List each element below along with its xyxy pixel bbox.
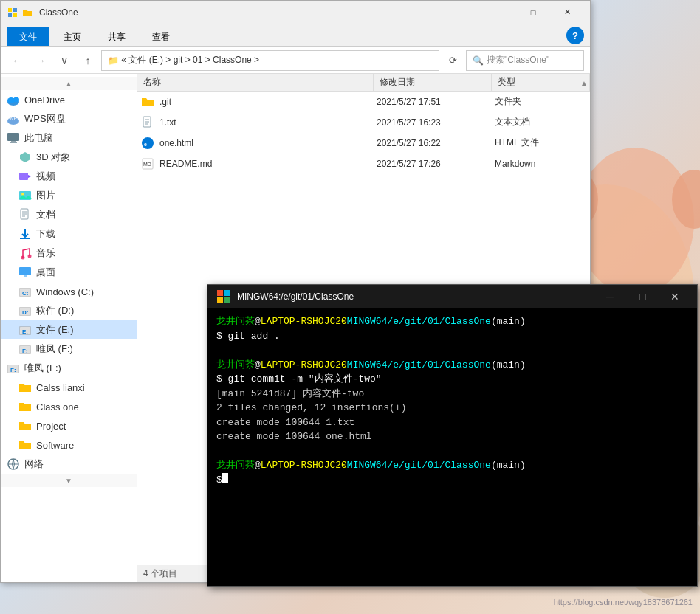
sidebar-label-f1: 唯凤 (F:) xyxy=(36,342,131,356)
svg-rect-19 xyxy=(19,173,28,180)
sidebar-label-calss-lianxi: Calss lianxi xyxy=(36,382,131,393)
f2-drive-icon: F: xyxy=(7,362,20,375)
sidebar-item-project[interactable]: Project xyxy=(1,416,137,435)
sidebar-item-network[interactable]: 网络 xyxy=(1,455,137,474)
sidebar-item-docs[interactable]: 文档 xyxy=(1,205,137,224)
file-type-git: 文件夹 xyxy=(495,95,587,108)
desktop-icon xyxy=(18,266,32,279)
file-row-txt[interactable]: 1.txt 2021/5/27 16:23 文本文档 xyxy=(137,112,590,133)
sidebar-scroll-up[interactable]: ▲ xyxy=(1,77,137,90)
col-header-name[interactable]: 名称 xyxy=(137,74,374,91)
prompt-path-1: /e/git/01/ClassOne xyxy=(387,314,490,329)
svg-rect-17 xyxy=(10,142,17,143)
svg-rect-31 xyxy=(24,275,27,277)
up-button[interactable]: ↑ xyxy=(78,50,98,71)
help-button[interactable]: ? xyxy=(566,27,584,44)
refresh-button[interactable]: ⟳ xyxy=(442,50,463,71)
sidebar-item-c-drive[interactable]: C: Windows (C:) xyxy=(1,282,137,301)
sidebar-label-music: 音乐 xyxy=(36,246,131,260)
sidebar-item-f2-drive[interactable]: F: 唯凤 (F:) xyxy=(1,359,137,378)
tab-share[interactable]: 共享 xyxy=(95,27,138,46)
file-type-readme: Markdown xyxy=(495,159,587,169)
f1-drive-icon: F: xyxy=(18,342,32,356)
terminal-title-bar: MINGW64:/e/git/01/ClassOne ─ □ ✕ xyxy=(207,285,697,308)
sidebar-label-wps: WPS网盘 xyxy=(24,112,131,125)
file-name-txt: 1.txt xyxy=(140,115,377,130)
sidebar-item-images[interactable]: 图片 xyxy=(1,186,137,205)
prompt-branch-1: (main) xyxy=(491,314,526,329)
prompt-shell-1: MINGW64 xyxy=(347,314,388,329)
title-bar-icons xyxy=(7,7,33,18)
txt-file-icon xyxy=(140,115,155,130)
svg-rect-58 xyxy=(217,290,223,296)
svg-rect-8 xyxy=(8,13,12,17)
close-button[interactable]: ✕ xyxy=(550,1,584,24)
sidebar-label-docs: 文档 xyxy=(36,208,131,221)
sidebar-label-mypc: 此电脑 xyxy=(24,131,131,145)
search-box[interactable]: 🔍 搜索"ClassOne" xyxy=(466,50,584,71)
sidebar-item-music[interactable]: 音乐 xyxy=(1,244,137,263)
dropdown-button[interactable]: ∨ xyxy=(54,50,75,71)
forward-button[interactable]: → xyxy=(30,50,51,71)
svg-text:F:: F: xyxy=(22,348,28,354)
terminal-cmd-2: $ git commit -m "内容文件-two" xyxy=(216,372,688,387)
terminal-body[interactable]: 龙井问茶@LAPTOP-RSHOJC20 MINGW64 /e/git/01/C… xyxy=(207,308,697,586)
sidebar-item-e-drive[interactable]: E: 文件 (E:) xyxy=(1,320,137,339)
minimize-button[interactable]: ─ xyxy=(482,1,516,24)
svg-point-29 xyxy=(28,255,32,258)
sidebar-item-downloads[interactable]: 下载 xyxy=(1,224,137,244)
image-icon xyxy=(18,189,32,202)
d-drive-icon: D: xyxy=(18,304,32,317)
folder-icon-git xyxy=(140,94,155,109)
doc-icon xyxy=(18,208,32,221)
sidebar: ▲ OneDrive WPS WPS网盘 此电脑 xyxy=(1,74,137,582)
svg-rect-59 xyxy=(224,290,230,296)
file-row-readme[interactable]: MD README.md 2021/5/27 17:26 Markdown xyxy=(137,154,590,174)
prompt-path-3: /e/git/01/ClassOne xyxy=(387,458,490,473)
sidebar-item-f1-drive[interactable]: F: 唯凤 (F:) xyxy=(1,339,137,359)
sidebar-item-software[interactable]: Software xyxy=(1,435,137,455)
sidebar-item-video[interactable]: 视频 xyxy=(1,167,137,186)
sidebar-item-3d[interactable]: 3D 对象 xyxy=(1,148,137,167)
svg-rect-30 xyxy=(19,267,31,275)
sidebar-item-desktop[interactable]: 桌面 xyxy=(1,263,137,282)
terminal-maximize-button[interactable]: □ xyxy=(629,288,656,306)
terminal-out-1: [main 5241d87] 内容文件-two xyxy=(216,387,688,401)
sidebar-item-class-one[interactable]: Class one xyxy=(1,397,137,416)
tab-home[interactable]: 主页 xyxy=(51,27,94,46)
sidebar-label-software: Software xyxy=(36,440,131,451)
sidebar-item-d-drive[interactable]: D: 软件 (D:) xyxy=(1,301,137,320)
file-name-html: e one.html xyxy=(140,136,377,151)
sidebar-item-wps[interactable]: WPS WPS网盘 xyxy=(1,109,137,128)
sidebar-label-desktop: 桌面 xyxy=(36,266,131,279)
terminal-close-button[interactable]: ✕ xyxy=(662,288,688,306)
sidebar-item-onedrive[interactable]: OneDrive xyxy=(1,90,137,109)
tab-file[interactable]: 文件 xyxy=(7,27,49,46)
computer-icon xyxy=(7,131,20,145)
sidebar-label-images: 图片 xyxy=(36,189,131,202)
file-list-scroll-up[interactable]: ▲ xyxy=(578,74,590,92)
file-row-git[interactable]: .git 2021/5/27 17:51 文件夹 xyxy=(137,92,590,112)
svg-text:C:: C: xyxy=(22,290,28,297)
sidebar-item-calss-lianxi[interactable]: Calss lianxi xyxy=(1,378,137,397)
sidebar-label-downloads: 下载 xyxy=(36,227,131,241)
sidebar-label-c: Windows (C:) xyxy=(36,286,131,297)
windows-drive-icon: C: xyxy=(18,285,32,298)
back-button[interactable]: ← xyxy=(7,50,27,71)
maximize-button[interactable]: □ xyxy=(516,1,550,24)
sidebar-scroll-down[interactable]: ▼ xyxy=(1,474,137,487)
terminal-minimize-button[interactable]: ─ xyxy=(597,288,623,306)
terminal-prompt-3: 龙井问茶@LAPTOP-RSHOJC20 MINGW64 /e/git/01/C… xyxy=(216,458,688,473)
file-row-html[interactable]: e one.html 2021/5/27 16:22 HTML 文件 xyxy=(137,133,590,154)
sidebar-item-mypc[interactable]: 此电脑 xyxy=(1,128,137,148)
tab-view[interactable]: 查看 xyxy=(140,27,182,46)
address-path[interactable]: 📁 « 文件 (E:) > git > 01 > ClassOne > xyxy=(101,50,439,71)
prompt-host-2: LAPTOP-RSHOJC20 xyxy=(261,358,347,373)
svg-rect-15 xyxy=(7,133,19,141)
col-header-type[interactable]: 类型 xyxy=(492,74,590,91)
file-date-readme: 2021/5/27 17:26 xyxy=(377,159,495,169)
address-bar: ← → ∨ ↑ 📁 « 文件 (E:) > git > 01 > ClassOn… xyxy=(1,47,590,74)
title-bar-controls: ─ □ ✕ xyxy=(482,1,584,24)
col-header-date[interactable]: 修改日期 xyxy=(374,74,492,91)
prompt-user-2: 龙井问茶 xyxy=(216,358,255,373)
